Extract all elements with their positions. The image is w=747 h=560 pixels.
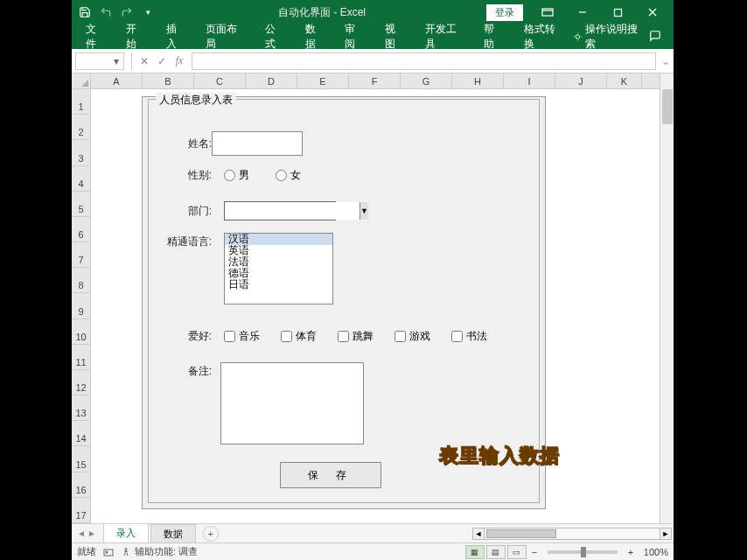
sheet-tab-entry[interactable]: 录入 — [103, 523, 149, 544]
dept-combobox[interactable]: ▼ — [224, 201, 336, 220]
tell-me-search[interactable]: 操作说明搜索 — [573, 22, 642, 52]
page-layout-view-icon[interactable]: ▤ — [486, 545, 506, 559]
name-box[interactable]: ▾ — [75, 52, 124, 70]
svg-point-12 — [106, 550, 108, 553]
zoom-out-button[interactable]: − — [528, 547, 541, 557]
hobby-dance-check[interactable]: 跳舞 — [338, 329, 374, 344]
col-header[interactable]: D — [246, 74, 297, 88]
col-header[interactable]: J — [555, 74, 607, 88]
language-listbox[interactable]: 汉语 英语 法语 德语 日语 — [224, 233, 333, 304]
remark-textarea[interactable] — [220, 362, 364, 444]
dept-label: 部门: — [149, 204, 212, 219]
name-input[interactable] — [212, 131, 303, 156]
add-sheet-button[interactable]: + — [203, 526, 219, 542]
gender-female-radio[interactable]: 女 — [276, 168, 301, 183]
formula-expand-icon[interactable]: ⌄ — [660, 55, 672, 67]
hobby-calligraphy-check[interactable]: 书法 — [451, 329, 487, 344]
page-break-view-icon[interactable]: ▭ — [507, 545, 527, 559]
row-header[interactable]: 12 — [72, 370, 90, 396]
maximize-icon[interactable] — [600, 0, 635, 24]
close-icon[interactable] — [635, 0, 670, 24]
cancel-formula-icon[interactable]: ✕ — [136, 52, 153, 70]
col-header[interactable]: A — [91, 74, 143, 88]
select-all-corner[interactable] — [72, 74, 90, 89]
zoom-level[interactable]: 100% — [644, 547, 668, 557]
hobby-music-check[interactable]: 音乐 — [224, 329, 260, 344]
hscroll-left-icon[interactable]: ◄ — [472, 528, 485, 540]
row-header[interactable]: 4 — [72, 166, 90, 192]
ribbon-tabs: 文件 开始 插入 页面布局 公式 数据 审阅 视图 开发工具 帮助 格式转换 操… — [72, 24, 674, 49]
save-button[interactable]: 保 存 — [280, 462, 381, 488]
scroll-thumb[interactable] — [486, 529, 556, 538]
gender-male-radio[interactable]: 男 — [224, 168, 249, 183]
gender-label: 性别: — [149, 168, 212, 183]
svg-point-6 — [576, 35, 579, 38]
form-group-title: 人员信息录入表 — [156, 93, 236, 108]
status-bar: 就绪 辅助功能: 调查 ▦ ▤ ▭ − + 100% — [72, 542, 674, 560]
col-header[interactable]: E — [297, 74, 349, 88]
col-header[interactable]: G — [401, 74, 452, 88]
formula-bar: ▾ ✕ ✓ fx ⌄ — [72, 49, 674, 74]
col-header[interactable]: I — [504, 74, 555, 88]
sheet-tab-data[interactable]: 数据 — [150, 524, 196, 543]
vertical-scrollbar[interactable] — [660, 74, 674, 523]
sheet-tabs-bar: ◄ ► 录入 数据 + ◄ ► — [72, 523, 674, 542]
svg-rect-0 — [542, 9, 553, 16]
scroll-thumb[interactable] — [662, 89, 673, 124]
worksheet-area[interactable]: 人员信息录入表 姓名: 性别: 男 女 — [91, 89, 660, 523]
col-header[interactable]: B — [143, 74, 194, 88]
language-label: 精通语言: — [149, 233, 212, 249]
tell-me-label: 操作说明搜索 — [585, 22, 642, 52]
remark-label: 备注: — [149, 362, 212, 379]
name-label: 姓名: — [149, 136, 212, 151]
zoom-slider[interactable] — [548, 550, 618, 554]
row-header[interactable]: 17 — [72, 498, 90, 523]
tab-nav-next-icon[interactable]: ► — [87, 528, 96, 538]
col-header[interactable]: H — [452, 74, 504, 88]
row-header[interactable]: 13 — [72, 396, 90, 421]
comments-icon[interactable] — [647, 30, 663, 45]
row-header[interactable]: 16 — [72, 472, 90, 498]
overlay-caption: 表里输入数据 — [439, 443, 560, 469]
hobby-game-check[interactable]: 游戏 — [394, 329, 430, 344]
hobby-sport-check[interactable]: 体育 — [281, 329, 317, 344]
row-header[interactable]: 10 — [72, 319, 90, 345]
svg-rect-3 — [614, 9, 621, 16]
row-header[interactable]: 1 — [72, 89, 90, 115]
fx-icon[interactable]: fx — [171, 52, 188, 70]
status-ready: 就绪 — [77, 545, 96, 558]
chevron-down-icon[interactable]: ▼ — [360, 202, 368, 220]
macro-record-icon[interactable] — [103, 547, 114, 557]
row-header[interactable]: 2 — [72, 115, 90, 140]
list-item[interactable]: 日语 — [225, 279, 332, 290]
row-header[interactable]: 15 — [72, 446, 90, 472]
row-header[interactable]: 6 — [72, 217, 90, 242]
row-header[interactable]: 3 — [72, 140, 90, 165]
zoom-in-button[interactable]: + — [625, 547, 637, 557]
row-header[interactable]: 11 — [72, 345, 90, 370]
normal-view-icon[interactable]: ▦ — [465, 545, 485, 559]
svg-rect-11 — [104, 550, 113, 556]
row-header[interactable]: 7 — [72, 242, 90, 268]
row-header[interactable]: 8 — [72, 268, 90, 293]
accessibility-icon[interactable]: 辅助功能: 调查 — [121, 545, 198, 558]
horizontal-scrollbar[interactable]: ◄ ► — [472, 528, 674, 540]
tab-nav-prev-icon[interactable]: ◄ — [77, 528, 86, 538]
svg-point-13 — [125, 548, 127, 550]
row-header[interactable]: 5 — [72, 192, 90, 217]
col-header[interactable]: F — [349, 74, 401, 88]
dept-combo-input[interactable] — [225, 202, 360, 220]
col-header[interactable]: K — [607, 74, 642, 88]
enter-formula-icon[interactable]: ✓ — [153, 52, 171, 70]
hscroll-right-icon[interactable]: ► — [660, 528, 672, 540]
name-box-dropdown-icon[interactable]: ▾ — [111, 55, 122, 67]
formula-input[interactable] — [192, 52, 656, 70]
row-header[interactable]: 9 — [72, 293, 90, 318]
col-header[interactable]: C — [194, 74, 246, 88]
row-header[interactable]: 14 — [72, 421, 90, 446]
hobby-label: 爱好: — [149, 329, 212, 344]
